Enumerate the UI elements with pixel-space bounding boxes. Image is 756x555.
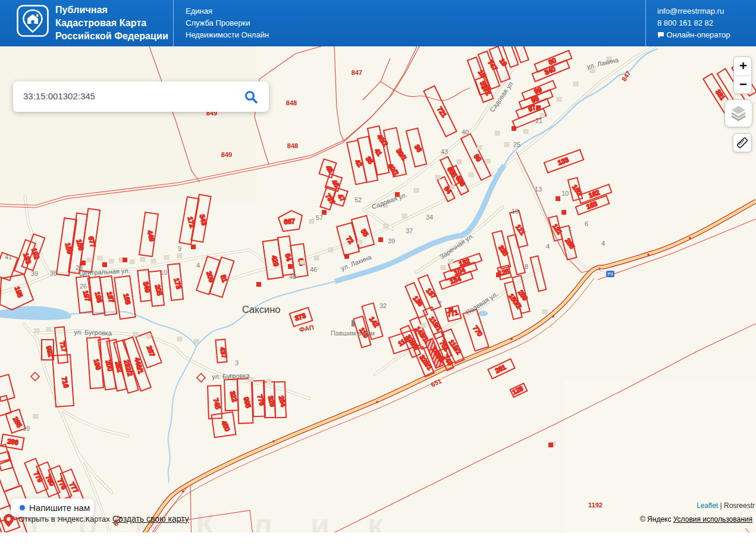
svg-text:37: 37 <box>406 227 413 234</box>
svg-text:1192: 1192 <box>588 501 603 509</box>
svg-text:ул. Бугровка: ул. Бугровка <box>212 372 250 380</box>
svg-text:4: 4 <box>546 243 550 250</box>
svg-text:847: 847 <box>352 69 362 76</box>
svg-text:39: 39 <box>388 237 395 244</box>
svg-text:ул. Бугровка: ул. Бугровка <box>74 328 112 337</box>
svg-text:57: 57 <box>316 214 323 221</box>
svg-text:Павшим в нам: Павшим в нам <box>331 330 375 337</box>
svg-text:8: 8 <box>525 263 528 270</box>
svg-text:34: 34 <box>426 214 433 221</box>
svg-text:849: 849 <box>221 151 232 158</box>
svg-text:39: 39 <box>31 270 38 277</box>
svg-text:4: 4 <box>196 262 200 269</box>
svg-text:9: 9 <box>178 245 181 252</box>
svg-text:43: 43 <box>441 148 448 155</box>
svg-text:21: 21 <box>535 117 542 124</box>
svg-text:19: 19 <box>23 425 30 432</box>
svg-text:667: 667 <box>284 217 295 225</box>
svg-text:Саксино: Саксино <box>242 304 280 315</box>
svg-text:10: 10 <box>561 190 569 197</box>
svg-text:32: 32 <box>379 302 387 309</box>
svg-text:40: 40 <box>462 128 469 136</box>
svg-text:48: 48 <box>289 273 296 280</box>
svg-text:848: 848 <box>287 142 298 149</box>
svg-text:13: 13 <box>535 186 542 193</box>
svg-text:35: 35 <box>50 269 57 277</box>
svg-text:46: 46 <box>310 266 317 273</box>
svg-text:286: 286 <box>7 437 19 446</box>
svg-text:10: 10 <box>160 269 167 276</box>
svg-text:26: 26 <box>80 283 87 290</box>
svg-text:6: 6 <box>585 220 588 227</box>
svg-text:4: 4 <box>601 240 605 247</box>
svg-text:41: 41 <box>5 253 12 261</box>
svg-text:25: 25 <box>513 141 520 148</box>
svg-text:1: 1 <box>568 225 572 232</box>
svg-text:3: 3 <box>235 359 239 366</box>
svg-text:848: 848 <box>286 99 297 106</box>
svg-text:P4: P4 <box>608 272 613 276</box>
svg-text:16: 16 <box>512 208 519 215</box>
svg-text:52: 52 <box>355 196 362 203</box>
